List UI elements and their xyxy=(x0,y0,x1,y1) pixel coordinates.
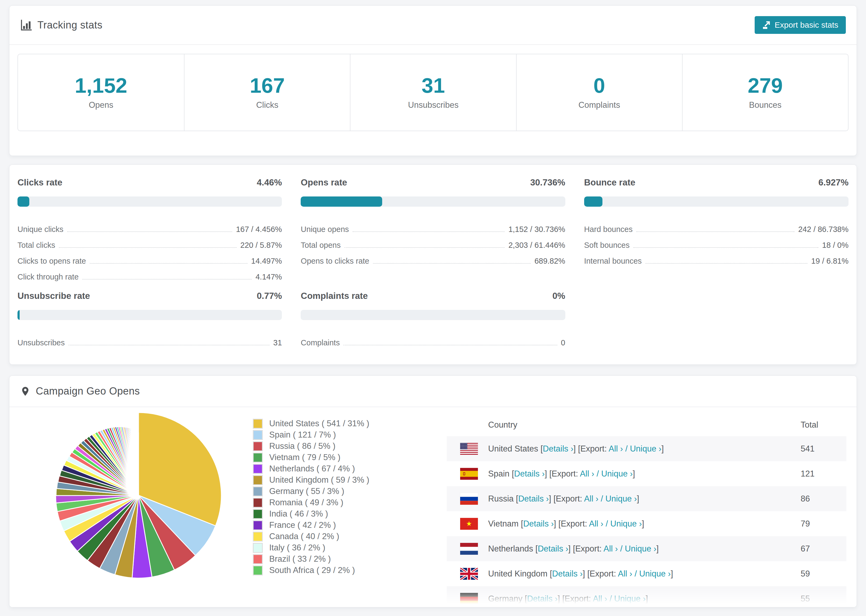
legend-swatch xyxy=(253,566,263,575)
rate-row-value: 31 xyxy=(273,339,282,347)
rate-row-label: Internal bounces xyxy=(584,257,642,266)
legend-item-netherlands[interactable]: Netherlands ( 67 / 4% ) xyxy=(253,463,369,475)
legend-item-russia[interactable]: Russia ( 86 / 5% ) xyxy=(253,440,369,452)
export-all-link[interactable]: All › xyxy=(589,519,603,528)
rate-title: Opens rate xyxy=(301,178,347,188)
export-unique-link[interactable]: Unique › xyxy=(614,594,646,603)
total-cell: 86 xyxy=(801,494,846,504)
export-all-link[interactable]: All › xyxy=(618,569,632,578)
total-cell: 55 xyxy=(801,594,846,603)
legend-swatch xyxy=(253,509,263,519)
rate-rows: Unsubscribes 31 xyxy=(17,332,282,347)
rate-row-soft-bounces: Soft bounces 18 / 0% xyxy=(584,234,849,250)
rate-row-opens-to-clicks-rate: Opens to clicks rate 689.82% xyxy=(301,250,565,266)
rate-title: Clicks rate xyxy=(17,178,62,188)
flag-ru-icon xyxy=(460,493,478,505)
country-cell: Russia [Details ›] [Export: All › / Uniq… xyxy=(488,494,801,504)
legend-item-united-states[interactable]: United States ( 541 / 31% ) xyxy=(253,418,369,429)
progress-bar-fill xyxy=(584,196,602,207)
total-cell: 79 xyxy=(801,519,846,529)
export-basic-stats-button[interactable]: Export basic stats xyxy=(755,16,846,34)
details-link[interactable]: Details › xyxy=(543,444,573,453)
legend-item-canada[interactable]: Canada ( 40 / 2% ) xyxy=(253,531,369,542)
legend-item-italy[interactable]: Italy ( 36 / 2% ) xyxy=(253,542,369,553)
rate-row-total-opens: Total opens 2,303 / 61.446% xyxy=(301,234,565,250)
rates-grid: Clicks rate 4.46% Unique clicks 167 / 4.… xyxy=(17,176,849,347)
page-title: Tracking stats xyxy=(38,19,102,31)
rate-row-label: Total opens xyxy=(301,241,340,250)
link-separator: / xyxy=(603,519,610,528)
rate-rows: Complaints 0 xyxy=(301,332,565,347)
rate-value: 0.77% xyxy=(257,291,282,301)
rate-block-opens-rate: Opens rate 30.736% Unique opens 1,152 / … xyxy=(301,176,565,281)
rate-row-label: Opens to clicks rate xyxy=(301,257,369,266)
legend-swatch xyxy=(253,475,263,485)
rate-row-click-through-rate: Click through rate 4.147% xyxy=(17,266,282,281)
export-unique-link[interactable]: Unique › xyxy=(639,569,671,578)
dotted-leader xyxy=(636,231,794,232)
legend-swatch xyxy=(253,464,263,474)
rate-row-value: 1,152 / 30.736% xyxy=(508,225,565,234)
legend-item-vietnam[interactable]: Vietnam ( 79 / 5% ) xyxy=(253,452,369,463)
legend-item-france[interactable]: France ( 42 / 2% ) xyxy=(253,520,369,531)
legend-item-india[interactable]: India ( 46 / 3% ) xyxy=(253,508,369,520)
geo-content: United States ( 541 / 31% ) Spain ( 121 … xyxy=(9,407,857,607)
legend-swatch xyxy=(253,520,263,530)
export-all-link[interactable]: All › xyxy=(609,444,623,453)
legend-item-spain[interactable]: Spain ( 121 / 7% ) xyxy=(253,429,369,440)
legend-item-south-africa[interactable]: South Africa ( 29 / 2% ) xyxy=(253,565,369,576)
link-separator: / xyxy=(623,444,630,453)
dotted-leader xyxy=(343,345,557,345)
legend-item-romania[interactable]: Romania ( 49 / 3% ) xyxy=(253,497,369,508)
export-unique-link[interactable]: Unique › xyxy=(610,519,642,528)
tracking-stats-header: Tracking stats Export basic stats xyxy=(9,6,857,45)
export-unique-link[interactable]: Unique › xyxy=(630,444,661,453)
legend-swatch xyxy=(253,430,263,440)
export-unique-link[interactable]: Unique › xyxy=(625,544,656,553)
legend-label: Brazil ( 33 / 2% ) xyxy=(269,554,331,564)
legend-label: Romania ( 49 / 3% ) xyxy=(269,498,343,508)
link-separator: / xyxy=(598,494,605,503)
export-unique-link[interactable]: Unique › xyxy=(601,469,633,478)
legend-swatch xyxy=(253,532,263,542)
progress-bar xyxy=(301,310,565,320)
flag-us-icon xyxy=(460,443,478,455)
stat-value: 279 xyxy=(748,75,783,96)
details-link[interactable]: Details › xyxy=(518,494,549,503)
export-all-link[interactable]: All › xyxy=(580,469,594,478)
progress-bar-fill xyxy=(301,196,382,207)
table-row-germany: Germany [Details ›] [Export: All › / Uni… xyxy=(447,586,846,607)
rate-block-clicks-rate: Clicks rate 4.46% Unique clicks 167 / 4.… xyxy=(17,176,282,281)
export-all-link[interactable]: All › xyxy=(584,494,598,503)
legend-item-germany[interactable]: Germany ( 55 / 3% ) xyxy=(253,486,369,497)
details-link[interactable]: Details › xyxy=(523,519,554,528)
total-cell: 59 xyxy=(801,569,846,579)
rate-row-value: 689.82% xyxy=(534,257,565,266)
details-link[interactable]: Details › xyxy=(527,594,558,603)
export-all-link[interactable]: All › xyxy=(603,544,618,553)
legend-item-brazil[interactable]: Brazil ( 33 / 2% ) xyxy=(253,553,369,565)
dotted-leader xyxy=(90,263,247,264)
rate-row-unsubscribes: Unsubscribes 31 xyxy=(17,332,282,347)
export-unique-link[interactable]: Unique › xyxy=(605,494,637,503)
stat-value: 167 xyxy=(250,75,285,96)
details-link[interactable]: Details › xyxy=(514,469,545,478)
export-all-link[interactable]: All › xyxy=(593,594,607,603)
rate-title: Bounce rate xyxy=(584,178,636,188)
link-separator: / xyxy=(618,544,625,553)
progress-bar xyxy=(17,196,282,207)
rate-title: Complaints rate xyxy=(301,291,368,301)
geo-pie-chart[interactable] xyxy=(55,412,222,580)
stat-label: Opens xyxy=(89,100,113,110)
stat-label: Unsubscribes xyxy=(408,100,458,110)
details-link[interactable]: Details › xyxy=(552,569,583,578)
dotted-leader xyxy=(353,231,505,232)
rate-row-internal-bounces: Internal bounces 19 / 6.81% xyxy=(584,250,849,266)
rate-rows: Hard bounces 242 / 86.738% Soft bounces … xyxy=(584,218,849,266)
rate-row-label: Unsubscribes xyxy=(17,339,65,347)
flag-nl-icon xyxy=(460,543,478,555)
dotted-leader xyxy=(646,263,808,264)
legend-item-united-kingdom[interactable]: United Kingdom ( 59 / 3% ) xyxy=(253,475,369,486)
details-link[interactable]: Details › xyxy=(538,544,568,553)
rate-value: 30.736% xyxy=(530,178,565,188)
